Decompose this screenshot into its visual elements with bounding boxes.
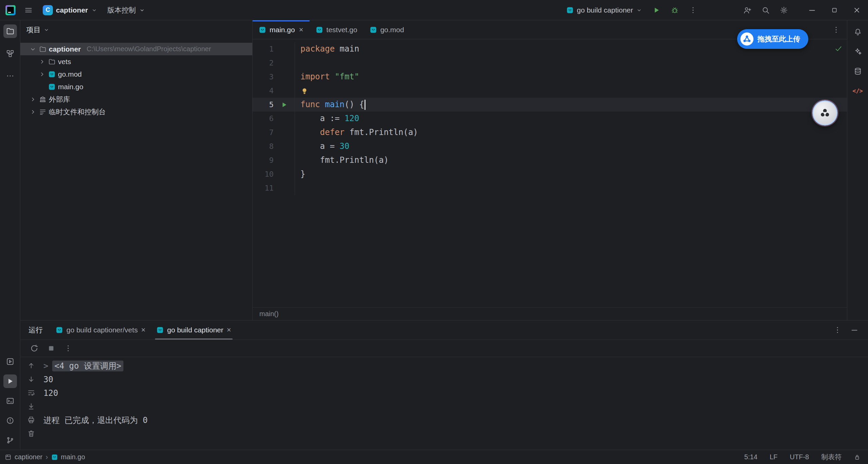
right-tool-stripe: </> <box>847 20 868 320</box>
structure-icon <box>6 49 15 58</box>
arrow-down-icon <box>27 375 35 383</box>
run-tab-go-build-captioner-vets[interactable]: go build captioner/vets× <box>50 321 151 340</box>
editor-options-button[interactable] <box>829 22 844 37</box>
terminal-tool-button[interactable] <box>3 394 17 408</box>
intention-bulb-icon[interactable] <box>300 87 309 95</box>
statusbar-right-widgets: 5:14 LF UTF-8 制表符 <box>744 452 861 462</box>
tree-expander-icon[interactable] <box>38 58 46 65</box>
tree-item-main-go[interactable]: main.go <box>20 80 252 93</box>
vcs-widget[interactable]: 版本控制 <box>104 3 149 18</box>
breadcrumb-separator: › <box>45 453 48 462</box>
code-line-11[interactable]: 11 <box>253 181 847 195</box>
run-tool-button[interactable] <box>3 374 17 388</box>
problems-icon <box>6 416 15 425</box>
hide-panel-button[interactable] <box>847 323 862 337</box>
database-button[interactable] <box>851 64 865 78</box>
go-file-icon <box>370 26 377 34</box>
indent-style[interactable]: 制表符 <box>821 452 842 462</box>
close-button[interactable] <box>846 0 868 20</box>
editor-tab-go-mod[interactable]: go.mod <box>363 20 410 39</box>
run-config-widget[interactable]: go build captioner <box>563 3 646 18</box>
code-line-2[interactable]: 2 <box>253 56 847 70</box>
code-line-9[interactable]: 9 fmt.Println(a) <box>253 153 847 167</box>
breadcrumb[interactable]: main() <box>259 310 279 318</box>
code-with-me-button[interactable] <box>740 3 755 18</box>
version-control-tool-button[interactable] <box>3 433 17 447</box>
debug-button[interactable] <box>667 3 682 18</box>
services-tool-button[interactable] <box>3 355 17 368</box>
settings-button[interactable] <box>776 3 791 18</box>
close-tab-icon[interactable]: × <box>141 326 145 334</box>
run-panel-options-button[interactable] <box>830 323 845 337</box>
run-tab-go-build-captioner[interactable]: go build captioner× <box>151 321 237 340</box>
code-line-8[interactable]: 8 a = 30 <box>253 139 847 153</box>
endpoints-button[interactable]: </> <box>851 84 865 98</box>
caret-position[interactable]: 5:14 <box>744 453 757 461</box>
tree-item-go-mod[interactable]: go.mod <box>20 68 252 80</box>
editor-tabs: main.go×testvet.gogo.mod <box>253 20 410 39</box>
tree-item-vets[interactable]: vets <box>20 55 252 68</box>
lock-icon[interactable] <box>854 454 861 461</box>
run-toolbar-more-button[interactable] <box>63 343 73 353</box>
code-text: a = 30 <box>295 139 847 153</box>
hamburger-icon <box>24 6 33 15</box>
file-encoding[interactable]: UTF-8 <box>790 453 809 461</box>
tree-item-scratches-consoles[interactable]: 临时文件和控制台 <box>20 105 252 118</box>
project-tool-button[interactable] <box>3 24 17 38</box>
console-line: 30 <box>42 373 868 386</box>
tree-expander-icon[interactable] <box>38 71 46 78</box>
soft-wrap-button[interactable] <box>26 388 36 398</box>
tree-expander-icon[interactable] <box>29 45 37 53</box>
prev-occurrence-button[interactable] <box>26 361 36 371</box>
next-occurrence-button[interactable] <box>26 374 36 384</box>
more-tool-windows-button[interactable] <box>3 69 17 83</box>
console-output[interactable]: ><4 go 设置调用>30120进程 已完成，退出代码为 0 <box>42 357 868 450</box>
more-actions-button[interactable] <box>686 3 701 18</box>
code-line-10[interactable]: 10} <box>253 167 847 181</box>
close-icon <box>852 6 861 15</box>
search-everywhere-button[interactable] <box>758 3 773 18</box>
close-tab-icon[interactable]: × <box>227 326 231 334</box>
code-line-5[interactable]: 5func main() { <box>253 98 847 112</box>
notifications-button[interactable] <box>851 25 865 39</box>
problems-tool-button[interactable] <box>3 414 17 427</box>
ai-assistant-button[interactable] <box>851 45 865 58</box>
project-widget[interactable]: C captioner <box>39 3 101 18</box>
code-line-4[interactable]: 4 <box>253 84 847 98</box>
run-panel-title[interactable]: 运行 <box>28 325 43 335</box>
code-line-6[interactable]: 6 a := 120 <box>253 112 847 125</box>
run-gutter-icon[interactable] <box>280 101 288 109</box>
run-button[interactable] <box>649 3 664 18</box>
tree-expander-icon[interactable] <box>29 108 37 116</box>
folded-text[interactable]: <4 go 设置调用> <box>52 361 123 371</box>
statusbar-file[interactable]: main.go <box>61 453 85 461</box>
print-button[interactable] <box>26 415 36 425</box>
close-tab-icon[interactable]: × <box>299 26 303 34</box>
clear-console-button[interactable] <box>26 428 36 439</box>
upload-overlay[interactable]: 拖拽至此上传 <box>737 29 808 49</box>
search-icon <box>761 6 770 15</box>
minimize-button[interactable] <box>801 0 823 20</box>
editor-content[interactable]: 1package main23import "fmt"45func main()… <box>253 39 847 307</box>
code-line-3[interactable]: 3import "fmt" <box>253 70 847 84</box>
structure-tool-button[interactable] <box>3 47 17 60</box>
soft-wrap-icon <box>27 389 35 397</box>
editor-tab-main-go[interactable]: main.go× <box>253 20 310 39</box>
line-ending[interactable]: LF <box>770 453 777 461</box>
tree-item-external-libraries[interactable]: 外部库 <box>20 93 252 105</box>
stop-button[interactable] <box>46 343 56 353</box>
tree-expander-icon[interactable] <box>29 96 37 103</box>
inspection-ok-icon[interactable] <box>834 44 843 53</box>
main-menu-button[interactable] <box>21 3 36 18</box>
maximize-icon <box>831 6 838 14</box>
fold-arrow-icon[interactable]: > <box>43 361 48 371</box>
statusbar-project[interactable]: captioner <box>15 453 42 461</box>
maximize-button[interactable] <box>823 0 846 20</box>
code-line-7[interactable]: 7 defer fmt.Println(a) <box>253 125 847 139</box>
tree-item-captioner-root[interactable]: captionerC:\Users\meow\GolandProjects\ca… <box>20 43 252 55</box>
rerun-button[interactable] <box>29 343 39 353</box>
scroll-to-end-button[interactable] <box>26 401 36 411</box>
editor-tab-testvet-go[interactable]: testvet.go <box>310 20 363 39</box>
assistant-float-button[interactable] <box>812 100 837 125</box>
project-panel-header[interactable]: 项目 <box>20 20 252 39</box>
